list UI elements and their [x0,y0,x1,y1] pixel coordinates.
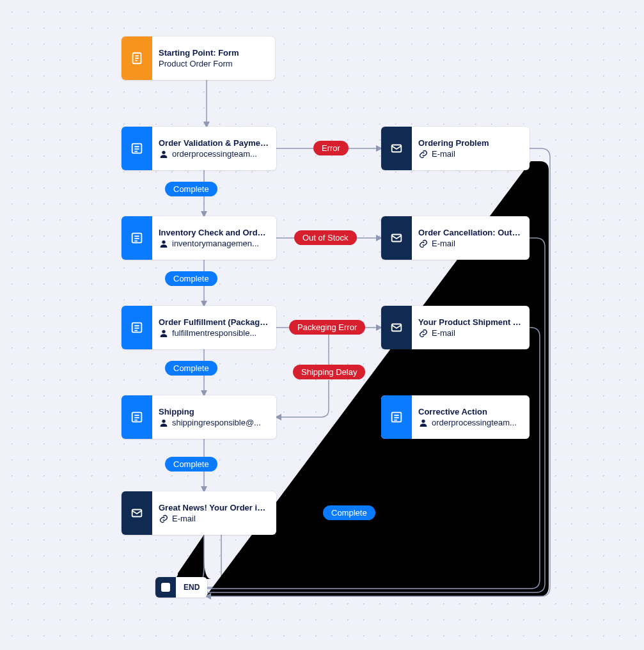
svg-point-4 [162,240,165,243]
pill-complete-5: Complete [323,505,375,520]
link-icon [418,149,428,159]
person-icon [159,418,169,428]
node-subtitle: Product Order Form [159,59,267,68]
link-icon [418,328,428,338]
stop-icon [155,577,176,598]
svg-point-8 [162,419,165,422]
node-subtitle: fulfillmentresponsible... [159,328,269,338]
link-icon [159,514,169,524]
pill-error: Error [313,141,349,155]
link-icon [418,239,428,249]
node-end[interactable]: END [155,577,207,598]
pill-packaging-error: Packeging Error [289,320,365,335]
email-icon [122,491,152,535]
node-subtitle: orderprocessingteam... [159,149,269,159]
node-title: Your Product Shipment Is Del... [418,317,522,327]
node-title: Order Validation & Payment ... [159,138,269,148]
node-ordering-problem[interactable]: Ordering Problem E-mail [381,127,530,170]
node-subtitle: orderprocessingteam... [418,418,522,428]
node-subtitle: E-mail [418,328,522,338]
svg-point-2 [162,150,165,154]
node-title: Great News! Your Order is on... [159,503,269,512]
node-subtitle: E-mail [159,514,269,524]
node-subtitle: E-mail [418,239,522,249]
end-label: END [176,583,207,592]
node-order-cancellation[interactable]: Order Cancellation: Out of St... E-mail [381,216,530,260]
person-icon [159,149,169,159]
pill-shipping-delay: Shipping Delay [293,365,365,379]
email-icon [381,306,412,349]
svg-point-6 [162,329,165,333]
person-icon [418,418,428,428]
node-start[interactable]: Starting Point: Form Product Order Form [122,36,275,80]
node-fulfillment[interactable]: Order Fulfillment (Packaging... fulfillm… [122,306,276,349]
node-great-news[interactable]: Great News! Your Order is on... E-mail [122,491,276,535]
node-subtitle: inventorymanagemen... [159,239,269,249]
svg-point-14 [421,419,425,422]
pill-complete-4: Complete [165,457,217,472]
node-validate[interactable]: Order Validation & Payment ... orderproc… [122,127,276,170]
task-icon [122,216,152,260]
pill-complete-1: Complete [165,182,217,196]
node-subtitle: E-mail [418,149,522,159]
node-title: Order Fulfillment (Packaging... [159,317,269,327]
task-icon [122,395,152,439]
person-icon [159,328,169,338]
node-title: Inventory Check and Order ... [159,228,269,237]
node-corrective-action[interactable]: Corrective Action orderprocessingteam... [381,395,530,439]
email-icon [381,127,412,170]
node-shipment-delayed[interactable]: Your Product Shipment Is Del... E-mail [381,306,530,349]
pill-complete-3: Complete [165,361,217,376]
pill-out-of-stock: Out of Stock [294,230,357,245]
node-title: Shipping [159,407,269,416]
task-icon [122,127,152,170]
form-icon [122,36,152,80]
email-icon [381,216,412,260]
node-title: Ordering Problem [418,138,522,148]
node-inventory[interactable]: Inventory Check and Order ... inventorym… [122,216,276,260]
node-subtitle: shippingresponsible@... [159,418,269,428]
pill-complete-2: Complete [165,271,217,286]
task-icon [381,395,412,439]
node-title: Starting Point: Form [159,48,267,58]
person-icon [159,239,169,249]
node-shipping[interactable]: Shipping shippingresponsible@... [122,395,276,439]
node-title: Corrective Action [418,407,522,416]
task-icon [122,306,152,349]
node-title: Order Cancellation: Out of St... [418,228,522,237]
